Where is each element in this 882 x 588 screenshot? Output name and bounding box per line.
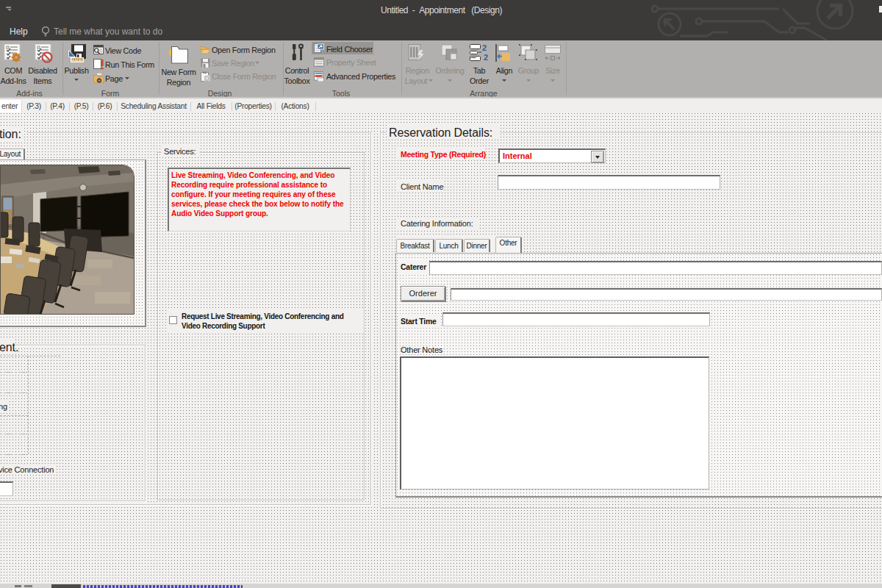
svg-text:2: 2 xyxy=(482,44,487,52)
svg-text:2: 2 xyxy=(484,53,488,62)
